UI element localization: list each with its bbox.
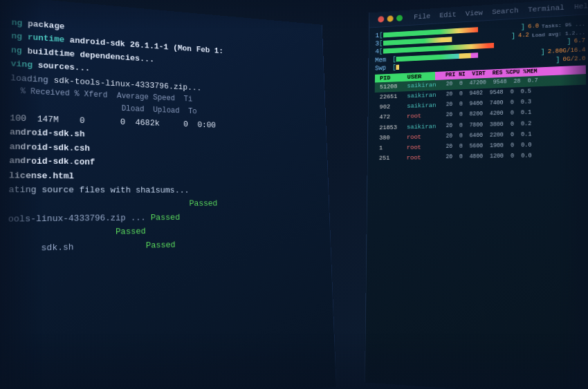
menu-terminal[interactable]: Terminal bbox=[528, 3, 564, 14]
menu-search[interactable]: Search bbox=[492, 7, 518, 17]
screenshot-container: ng package ng runtime android-sdk 26.1.1… bbox=[0, 0, 588, 389]
col-user: USER bbox=[407, 73, 441, 81]
minimize-button[interactable] bbox=[387, 15, 394, 21]
menu-edit[interactable]: Edit bbox=[439, 10, 457, 19]
menu-file[interactable]: File bbox=[414, 12, 430, 21]
htop-content: 1 [ ] 6.0 Tasks: 95 ... 3 [ ] 4.2 Load a… bbox=[368, 15, 588, 168]
traffic-lights bbox=[378, 15, 403, 22]
col-pid: PID bbox=[380, 74, 402, 82]
maximize-button[interactable] bbox=[396, 15, 403, 21]
terminal-left: ng package ng runtime android-sdk 26.1.1… bbox=[0, 0, 337, 389]
terminal-right: File Edit View Search Terminal Help 1 [ … bbox=[365, 0, 588, 389]
process-row-8: 251 root 20 0 4800 1200 0 0.0 bbox=[374, 151, 587, 164]
menu-help[interactable]: Help bbox=[574, 2, 588, 11]
menu-view[interactable]: View bbox=[466, 9, 483, 18]
close-button[interactable] bbox=[378, 16, 384, 22]
term-line-13: ating source files with sha1sums... bbox=[8, 182, 307, 197]
